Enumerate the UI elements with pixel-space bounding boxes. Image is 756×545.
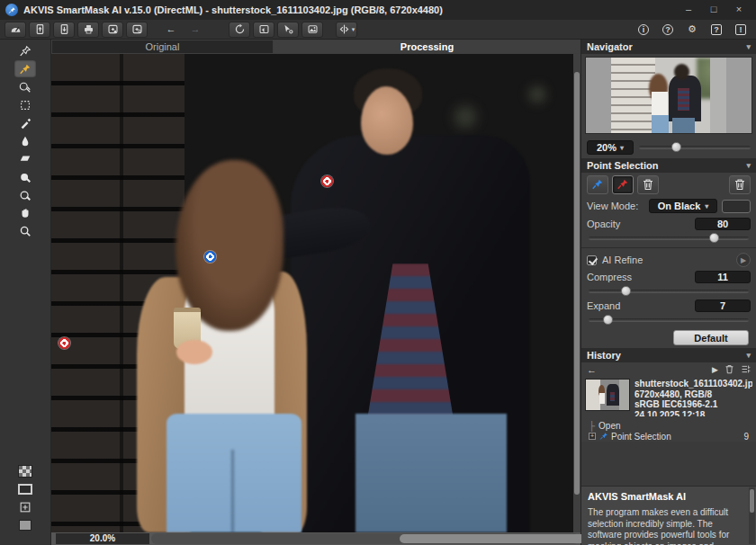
navigator-header[interactable]: Navigator ▾: [581, 40, 756, 54]
mini-wall: [611, 58, 655, 133]
zoom-slider-thumb[interactable]: [671, 142, 681, 152]
opacity-slider-thumb[interactable]: [709, 233, 719, 243]
vertical-scrollbar[interactable]: [573, 54, 580, 532]
view-mode-dropdown-icon: ▾: [705, 202, 708, 210]
navigator-mini-photo: [611, 58, 726, 133]
vertical-scrollbar-thumb[interactable]: [574, 72, 580, 495]
delete-point-button[interactable]: [637, 175, 659, 194]
pin-eraser-tool[interactable]: [14, 78, 36, 95]
hand-tool[interactable]: [14, 204, 36, 221]
expand-slider[interactable]: [589, 318, 749, 322]
expand-row: Expand 7: [581, 298, 756, 314]
eraser-tool[interactable]: [14, 150, 36, 167]
drop-pin-tool[interactable]: [14, 60, 36, 77]
point-selection-collapse-icon[interactable]: ▾: [746, 161, 751, 170]
app-logo-icon: [5, 4, 18, 16]
transparency-bg-button[interactable]: [14, 462, 36, 479]
save-image-button[interactable]: [53, 22, 75, 38]
smart-brush-tool[interactable]: [14, 114, 36, 131]
default-button[interactable]: Default: [673, 330, 749, 345]
history-item-point-selection[interactable]: + Point Selection 9: [589, 431, 752, 442]
open-image-button[interactable]: [29, 22, 50, 38]
photo-woman-hand: [176, 340, 212, 364]
blue-pin-marker[interactable]: [204, 251, 216, 263]
info-button[interactable]: i: [633, 22, 654, 38]
history-item-open[interactable]: ├ Open: [589, 420, 752, 431]
quick-selection-button[interactable]: [277, 22, 299, 38]
preferences-button[interactable]: ⚙: [681, 22, 703, 38]
zoom-slider[interactable]: [639, 146, 751, 149]
view-mode-dropdown[interactable]: On Black ▾: [649, 199, 717, 213]
history-play-button[interactable]: ▶: [712, 365, 718, 374]
compress-slider-thumb[interactable]: [621, 286, 631, 296]
about-panel: AKVIS SmartMask AI The program makes eve…: [581, 486, 756, 545]
horizontal-scrollbar[interactable]: [151, 533, 579, 544]
background-brush-tool[interactable]: [14, 186, 36, 203]
point-selection-header[interactable]: Point Selection ▾: [581, 158, 756, 173]
history-compact-button[interactable]: [741, 364, 751, 376]
ai-refine-checkbox[interactable]: [587, 255, 597, 265]
canvas-column: Original Processing: [51, 40, 580, 545]
image-view-button[interactable]: [302, 22, 323, 38]
ai-refine-run-button[interactable]: ▶: [736, 253, 751, 267]
history-delete-button[interactable]: [724, 364, 734, 376]
history-toolbar: ← ▶: [581, 362, 756, 377]
compress-value[interactable]: 11: [695, 271, 751, 283]
about-scrollbar[interactable]: [749, 487, 755, 544]
history-header[interactable]: History ▾: [581, 348, 756, 362]
blur-tool[interactable]: [14, 132, 36, 149]
history-step-count: 9: [743, 432, 749, 442]
foreground-brush-tool[interactable]: [14, 168, 36, 185]
drop-point-button[interactable]: [612, 175, 634, 194]
publish-button[interactable]: [126, 22, 148, 38]
tab-processing[interactable]: Processing: [274, 40, 580, 54]
history-collapse-icon[interactable]: ▾: [746, 351, 751, 360]
expand-slider-thumb[interactable]: [603, 315, 613, 325]
opacity-value[interactable]: 80: [695, 218, 751, 230]
zoom-dropdown[interactable]: 20% ▾: [587, 140, 634, 155]
share-button[interactable]: [102, 22, 123, 38]
right-panel: Navigator ▾: [580, 40, 756, 545]
maximize-button[interactable]: □: [702, 3, 725, 17]
feedback-button[interactable]: !: [730, 22, 752, 38]
navigator-thumbnail[interactable]: [585, 57, 752, 134]
red-pin-marker[interactable]: [58, 337, 70, 349]
split-view-button[interactable]: ▾: [336, 22, 357, 38]
print-button[interactable]: [77, 22, 99, 38]
history-entry[interactable]: shutterstock_1611103402.jpg 6720x4480, R…: [581, 377, 756, 418]
keep-pin-tool[interactable]: [14, 42, 36, 59]
compress-slider[interactable]: [589, 290, 749, 293]
frame-view-button[interactable]: [14, 480, 36, 497]
opacity-slider[interactable]: [589, 237, 749, 240]
view-mode-row: View Mode: On Black ▾: [581, 196, 756, 216]
history-back-button[interactable]: ←: [587, 364, 597, 375]
delete-all-points-button[interactable]: [729, 175, 751, 194]
undo-button[interactable]: ←: [160, 22, 182, 38]
mask-view-button[interactable]: [253, 22, 274, 38]
navigator-collapse-icon[interactable]: ▾: [746, 42, 751, 51]
redo-button[interactable]: →: [184, 22, 206, 38]
hint-button[interactable]: ?: [706, 22, 727, 38]
help-button[interactable]: ?: [657, 22, 679, 38]
blue-pin-icon: [599, 432, 608, 441]
crop-tool[interactable]: [14, 96, 36, 113]
keep-point-button[interactable]: [587, 175, 608, 194]
minimize-button[interactable]: –: [677, 3, 700, 17]
split-view-dropdown-icon[interactable]: ▾: [352, 26, 356, 32]
about-scrollbar-thumb[interactable]: [750, 489, 754, 513]
close-button[interactable]: ×: [727, 3, 751, 17]
window-title: AKVIS SmartMask AI v.15.0 (DirectML) - s…: [23, 4, 677, 15]
zoom-tool[interactable]: [14, 222, 36, 239]
run-processing-button[interactable]: [229, 22, 250, 38]
tree-expand-icon[interactable]: +: [589, 433, 596, 440]
background-color-swatch[interactable]: [14, 516, 36, 533]
red-pin-marker[interactable]: [321, 175, 333, 187]
expand-value[interactable]: 7: [695, 299, 751, 312]
workspace-mode-button[interactable]: [4, 22, 26, 38]
tab-original[interactable]: Original: [51, 40, 274, 54]
canvas-size-button[interactable]: [14, 498, 36, 515]
photo-man-jeans: [356, 414, 507, 532]
view-mode-color-swatch[interactable]: [722, 200, 751, 213]
mini-gray-wall: [710, 58, 726, 133]
canvas[interactable]: [51, 54, 573, 532]
